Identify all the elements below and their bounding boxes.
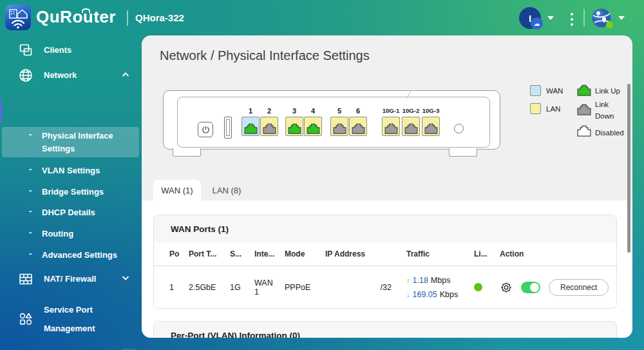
- active-section-indicator: [0, 99, 3, 124]
- col-interface: Inte...: [254, 249, 285, 258]
- sidebar-item-label: DHCP Details: [42, 206, 138, 219]
- status-green-dot: [606, 21, 613, 28]
- cell-port: 1: [169, 283, 189, 292]
- legend-disabled-icon: [577, 125, 591, 137]
- bullet: -: [29, 186, 32, 195]
- reconnect-button[interactable]: Reconnect: [549, 279, 609, 296]
- port-socket-down: [260, 117, 278, 136]
- port-10G-1: 10G-1: [382, 106, 400, 136]
- device-model: QHora-322: [135, 12, 184, 23]
- bullet: -: [29, 164, 32, 174]
- sidebar-item-label: Routing: [42, 228, 138, 240]
- col-speed: S...: [230, 249, 254, 258]
- legend-lan-label: LAN: [546, 103, 560, 115]
- sidebar-item-label: Clients: [44, 41, 128, 59]
- port-number: 4: [304, 106, 322, 117]
- chevron-up-icon: [121, 70, 130, 79]
- sidebar-item-label: Network: [44, 66, 128, 84]
- service-port-icon: [18, 311, 33, 327]
- port-socket-down: [330, 117, 348, 136]
- port-number: 10G-3: [422, 106, 440, 117]
- link-up-status-dot: [474, 283, 482, 291]
- download-value: 169.05: [413, 287, 437, 302]
- download-unit: Kbps: [440, 287, 459, 302]
- col-action: Action: [494, 249, 616, 258]
- toggle-knob: [530, 283, 539, 292]
- account-caret-icon[interactable]: [547, 16, 554, 20]
- port-socket-down: [422, 117, 440, 136]
- port-socket-down: [382, 117, 400, 136]
- app-title: QuRouter: [36, 7, 116, 27]
- port-socket-up: [285, 117, 303, 136]
- legend-wan-label: WAN: [546, 85, 563, 97]
- port-5: 5: [330, 106, 348, 136]
- card-title: Per-Port (VLAN) Information (0): [154, 322, 616, 338]
- port-10G-3: 10G-3: [422, 106, 440, 136]
- col-traffic: Traffic: [401, 249, 468, 258]
- cell-speed: 1G: [230, 283, 254, 292]
- cell-interface: WAN 1: [254, 278, 285, 297]
- tab-wan[interactable]: WAN (1): [153, 180, 201, 200]
- port-number: 1: [242, 106, 260, 117]
- col-port-type: Port T...: [189, 249, 230, 258]
- port-2: 2: [260, 106, 278, 136]
- upload-value: 1.18: [413, 273, 428, 287]
- header-divider: [127, 10, 128, 26]
- wan-ports-card: WAN Ports (1) Po Port T... S... Inte... …: [153, 215, 617, 309]
- cell-ip-address: /32: [325, 283, 401, 292]
- vertical-scrollbar[interactable]: [627, 84, 630, 253]
- upload-arrow-icon: ↑: [406, 273, 410, 287]
- chevron-down-icon: [121, 273, 130, 282]
- port-number: 6: [349, 106, 367, 117]
- bullet: -: [29, 249, 32, 258]
- sidebar-item-label: Advanced Settings: [42, 249, 138, 262]
- router-illustration: 1 2 3 4 5 6 10G-1 10G-2 10G-3: [163, 90, 500, 150]
- port-socket-down: [349, 117, 367, 136]
- sidebar-item-label: NAT/ Firewall: [44, 269, 128, 288]
- router-foot-right: [449, 148, 477, 157]
- upload-unit: Mbps: [431, 273, 451, 287]
- cell-mode: PPPoE: [285, 283, 325, 292]
- tab-label: WAN (1): [161, 186, 193, 195]
- col-link: Li...: [468, 249, 494, 258]
- port-number: 3: [285, 106, 303, 117]
- cell-link: [468, 283, 494, 291]
- qurouter-logo-icon: [5, 5, 31, 30]
- sidebar-item-label: VLAN Settings: [42, 164, 138, 177]
- port-4: 4: [304, 106, 322, 136]
- legend-link-down-label: Link Down: [595, 99, 622, 122]
- download-traffic: ↓ 169.05 Kbps: [406, 287, 468, 302]
- legend-link-up-label: Link Up: [595, 85, 620, 97]
- port-socket-down: [402, 117, 420, 136]
- port-socket-up: [242, 117, 260, 136]
- sidebar-item-label: Bridge Settings: [42, 186, 138, 199]
- download-arrow-icon: ↓: [406, 287, 410, 302]
- bullet: -: [29, 130, 32, 139]
- router-foot-left: [173, 148, 201, 157]
- port-number: 10G-2: [402, 106, 420, 117]
- network-globe-icon: [18, 68, 33, 83]
- upload-traffic: ↑ 1.18 Mbps: [406, 273, 468, 287]
- region-caret-icon[interactable]: [618, 16, 625, 20]
- port-10G-2: 10G-2: [402, 106, 420, 136]
- cell-action: Reconnect: [494, 279, 616, 296]
- port-3: 3: [285, 106, 303, 136]
- qurouter-app: QuRouter QHora-322 I ☁ Clients: [0, 0, 644, 350]
- legend-link-down-icon: [577, 104, 591, 115]
- tab-label: LAN (8): [213, 186, 242, 195]
- interface-enabled-toggle[interactable]: [521, 282, 540, 293]
- firewall-icon: [18, 271, 33, 287]
- legend-wan-swatch: [530, 85, 541, 96]
- col-port: Po: [169, 249, 189, 258]
- cell-traffic: ↑ 1.18 Mbps ↓ 169.05 Kbps: [401, 273, 468, 302]
- tab-lan[interactable]: LAN (8): [201, 180, 252, 200]
- table-header-row: Po Port T... S... Inte... Mode IP Addres…: [154, 242, 616, 266]
- col-mode: Mode: [285, 249, 325, 258]
- settings-gear-icon[interactable]: [500, 281, 513, 294]
- more-options-icon[interactable]: [569, 11, 575, 28]
- page-title: Network / Physical Interface Settings: [160, 48, 370, 63]
- power-button-icon: [198, 122, 213, 137]
- clients-icon: [18, 43, 33, 58]
- cloud-badge-icon: ☁: [531, 17, 543, 30]
- bullet: -: [29, 206, 32, 216]
